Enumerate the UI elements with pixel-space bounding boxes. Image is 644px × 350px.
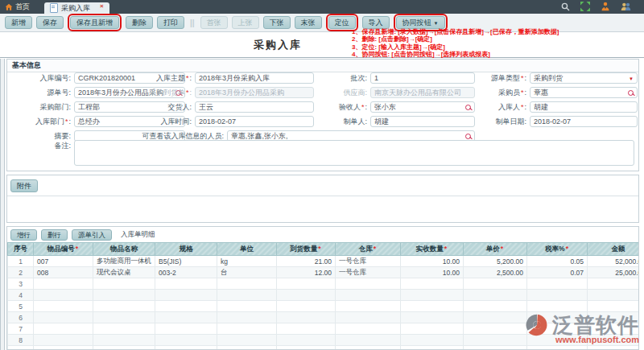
users-icon[interactable] (621, 2, 631, 11)
search-icon[interactable] (465, 105, 471, 110)
table-cell[interactable]: 003-2 (155, 267, 217, 278)
table-cell[interactable]: kg (217, 256, 277, 267)
table-cell[interactable] (277, 312, 336, 323)
table-cell[interactable]: 10.00 (401, 267, 464, 278)
save-button[interactable]: 保存 (36, 16, 64, 29)
table-cell[interactable] (217, 278, 277, 290)
table-cell[interactable]: 现代会议桌 (93, 267, 155, 278)
field-input[interactable]: 章惠 (530, 87, 638, 98)
table-cell[interactable] (336, 290, 401, 301)
table-cell[interactable] (336, 301, 401, 312)
table-cell[interactable] (277, 346, 336, 350)
table-cell[interactable] (464, 278, 527, 290)
table-cell[interactable] (155, 312, 217, 323)
field-input[interactable]: 胡建 (530, 101, 638, 113)
import-source-button[interactable]: 源单引入 (72, 229, 112, 241)
table-cell[interactable] (34, 301, 93, 312)
table-cell[interactable]: 台 (217, 267, 277, 278)
last-record-button[interactable]: 末张 (295, 16, 322, 29)
table-cell[interactable] (34, 346, 93, 350)
field-input[interactable]: 采购到货▼ (530, 72, 638, 84)
table-cell[interactable] (217, 290, 277, 301)
field-input[interactable]: 2018-02-07 (195, 116, 314, 127)
table-cell[interactable] (464, 346, 527, 350)
table-cell[interactable] (155, 278, 217, 290)
next-record-button[interactable]: 下张 (263, 16, 291, 29)
table-cell[interactable] (155, 323, 217, 335)
table-cell[interactable] (217, 323, 277, 335)
table-cell[interactable] (401, 301, 464, 312)
print-button[interactable]: 打印 (157, 16, 184, 29)
table-cell[interactable]: 一号仓库 (336, 267, 401, 278)
table-cell[interactable] (34, 290, 93, 301)
table-cell[interactable] (155, 301, 217, 312)
table-cell[interactable] (464, 312, 527, 323)
table-cell[interactable] (401, 346, 464, 350)
user-vest-icon[interactable] (601, 2, 610, 11)
save-and-new-button[interactable]: 保存且新增 (70, 16, 119, 29)
close-icon[interactable]: × (100, 2, 104, 10)
search-icon[interactable] (628, 90, 634, 96)
search-icon[interactable] (465, 134, 471, 139)
search-icon[interactable] (561, 2, 570, 11)
table-cell[interactable]: 2,500.00 (464, 267, 527, 278)
table-cell[interactable]: 10.00 (401, 256, 464, 267)
new-button[interactable]: 新增 (5, 16, 32, 29)
field-input[interactable]: 2018年3月份采购入库 (195, 72, 314, 84)
table-cell[interactable] (464, 323, 527, 335)
table-cell[interactable] (527, 278, 588, 290)
table-cell[interactable] (336, 278, 401, 290)
add-row-button[interactable]: 增行 (10, 229, 37, 241)
table-cell[interactable] (527, 323, 588, 335)
table-cell[interactable] (93, 290, 155, 301)
table-cell[interactable] (336, 312, 401, 323)
table-cell[interactable] (93, 323, 155, 335)
field-input[interactable]: 王云 (195, 101, 314, 113)
table-cell[interactable]: 一号仓库 (336, 256, 401, 267)
attachment-button[interactable]: 附件 (10, 179, 38, 192)
table-cell[interactable] (336, 346, 401, 350)
table-cell[interactable] (401, 323, 464, 335)
table-cell[interactable] (217, 346, 277, 350)
prev-record-button[interactable]: 上张 (232, 16, 259, 29)
table-cell[interactable] (34, 278, 93, 290)
import-button[interactable]: 导入 (362, 16, 390, 29)
table-cell[interactable]: 25,000.00 (588, 267, 640, 278)
table-cell[interactable]: 多功能商用一体机 (93, 256, 155, 267)
table-cell[interactable] (336, 323, 401, 335)
table-cell[interactable] (155, 290, 217, 301)
table-cell[interactable]: 12.00 (277, 267, 336, 278)
delete-row-button[interactable]: 删行 (41, 229, 68, 241)
table-cell[interactable] (527, 312, 588, 323)
first-record-button[interactable]: 首张 (200, 16, 228, 29)
table-cell[interactable] (464, 335, 527, 346)
table-cell[interactable] (277, 278, 336, 290)
table-cell[interactable] (464, 301, 527, 312)
tab-purchase-stockin[interactable]: 采购入库 × (44, 2, 109, 14)
table-cell[interactable]: 0.05 (527, 256, 588, 267)
table-cell[interactable] (34, 323, 93, 335)
table-cell[interactable] (401, 278, 464, 290)
table-cell[interactable] (93, 346, 155, 350)
table-cell[interactable] (401, 335, 464, 346)
table-cell[interactable] (527, 346, 588, 350)
table-cell[interactable] (401, 290, 464, 301)
locate-button[interactable]: 定位 (328, 16, 356, 29)
delete-button[interactable]: 删除 (126, 16, 153, 29)
table-cell[interactable] (217, 301, 277, 312)
table-cell[interactable] (155, 346, 217, 350)
table-cell[interactable] (93, 301, 155, 312)
table-cell[interactable] (527, 335, 588, 346)
table-cell[interactable]: 52,000.00 (588, 256, 640, 267)
table-cell[interactable] (527, 301, 588, 312)
table-cell[interactable] (277, 290, 336, 301)
home-nav[interactable]: 首页 (0, 2, 36, 14)
field-input[interactable]: 2018-02-07 (530, 116, 638, 127)
table-cell[interactable] (93, 278, 155, 290)
table-cell[interactable] (217, 335, 277, 346)
table-cell[interactable]: 21.00 (277, 256, 336, 267)
table-cell[interactable] (34, 335, 93, 346)
table-cell[interactable]: 007 (34, 256, 93, 267)
field-input[interactable]: 胡建 (370, 116, 475, 127)
expand-icon[interactable] (580, 2, 590, 11)
